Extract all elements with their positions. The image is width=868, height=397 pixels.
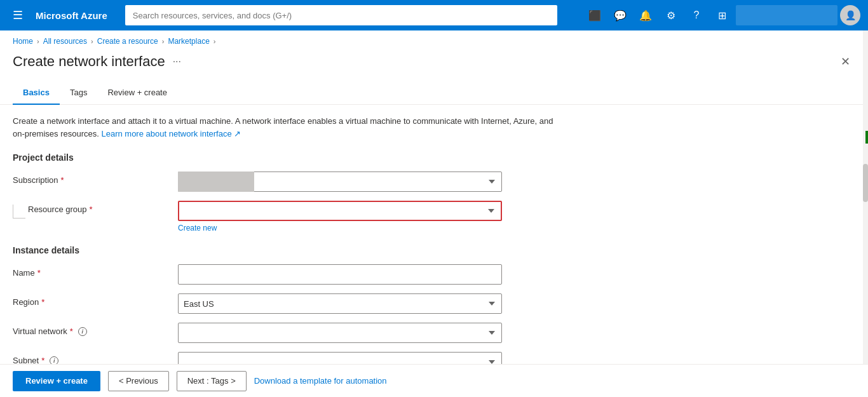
virtual-network-input-col [178,323,502,343]
virtual-network-row: Virtual network * i [13,323,559,343]
virtual-network-required: * [70,326,73,336]
bottom-bar: Review + create < Previous Next : Tags >… [0,364,868,397]
breadcrumb-marketplace[interactable]: Marketplace [168,37,209,46]
tab-basics[interactable]: Basics [13,81,60,105]
help-icon[interactable]: ? [685,4,708,27]
nav-icons: ⬛ 💬 🔔 ⚙ ? ⊞ 👤 [583,4,860,27]
learn-more-link[interactable]: Learn more about network interface ↗ [101,129,241,138]
resource-group-select[interactable] [178,201,502,221]
scrollbar-thumb[interactable] [863,164,868,202]
name-input-col [178,264,502,285]
resource-group-indent-row: Resource group * Create new [13,201,559,232]
form-content: Create a network interface and attach it… [0,115,572,372]
close-button[interactable]: ✕ [836,52,855,71]
more-options-button[interactable]: ··· [173,56,181,67]
next-tags-button[interactable]: Next : Tags > [177,371,247,391]
account-box[interactable] [736,5,837,25]
subnet-label: Subnet * i [13,352,178,365]
resource-group-required: * [90,205,93,214]
previous-button[interactable]: < Previous [108,371,169,391]
subscription-label: Subscription * [13,172,178,185]
name-required: * [37,268,41,278]
breadcrumb-sep-2: › [91,37,93,45]
external-link-icon: ↗ [234,129,241,138]
breadcrumb-sep-3: › [162,37,165,45]
tab-review-create[interactable]: Review + create [97,81,177,105]
description-text: Create a network interface and attach it… [13,116,553,138]
virtual-network-label: Virtual network * i [13,323,178,336]
feedback-icon[interactable]: 💬 [609,4,632,27]
resource-group-label: Resource group * [25,201,93,214]
breadcrumb-sep-4: › [214,37,216,45]
subscription-row: Subscription * [13,172,559,192]
breadcrumb-create-resource[interactable]: Create a resource [97,37,158,46]
virtual-network-select[interactable] [178,323,502,343]
avatar[interactable]: 👤 [840,5,860,25]
top-navigation: ☰ Microsoft Azure ⬛ 💬 🔔 ⚙ ? ⊞ 👤 [0,0,868,30]
subscription-input-col [178,172,502,192]
subscription-wrapper [178,172,502,192]
main-container: Home › All resources › Create a resource… [0,30,868,397]
virtual-network-info-icon[interactable]: i [78,327,87,336]
notifications-icon[interactable]: 🔔 [634,4,657,27]
azure-logo: Microsoft Azure [36,10,107,21]
breadcrumb: Home › All resources › Create a resource… [0,30,868,50]
name-input[interactable] [178,264,502,285]
instance-details-heading: Instance details [13,245,559,255]
scrollbar-track[interactable] [863,30,868,364]
portal-icon[interactable]: ⊞ [710,4,733,27]
page-title-row: Create network interface ··· ✕ [0,50,868,81]
create-new-link[interactable]: Create new [178,224,502,232]
review-create-button[interactable]: Review + create [13,371,100,391]
region-required: * [41,297,44,307]
form-description: Create a network interface and attach it… [13,115,559,140]
breadcrumb-all-resources[interactable]: All resources [43,37,87,46]
search-bar[interactable] [125,5,557,25]
subscription-required: * [61,175,64,185]
breadcrumb-home[interactable]: Home [13,37,33,46]
region-row: Region * East US West US West Europe [13,293,559,314]
page-title: Create network interface [13,53,165,70]
search-input[interactable] [125,5,557,25]
download-template-link[interactable]: Download a template for automation [254,376,387,386]
region-label: Region * [13,293,178,307]
indent-line [13,205,25,219]
name-row: Name * [13,264,559,285]
settings-icon[interactable]: ⚙ [660,4,682,27]
hamburger-menu[interactable]: ☰ [8,3,28,27]
region-input-col: East US West US West Europe [178,293,502,314]
scrollbar-green-indicator [865,131,868,144]
resource-group-input-col: Create new [178,201,502,232]
name-label: Name * [13,264,178,278]
tab-bar: Basics Tags Review + create [0,81,868,105]
project-details-heading: Project details [13,152,559,163]
region-select[interactable]: East US West US West Europe [178,293,502,314]
cloud-shell-icon[interactable]: ⬛ [583,4,606,27]
subscription-fill [178,172,254,192]
tab-tags[interactable]: Tags [60,81,97,105]
breadcrumb-sep-1: › [37,37,39,45]
